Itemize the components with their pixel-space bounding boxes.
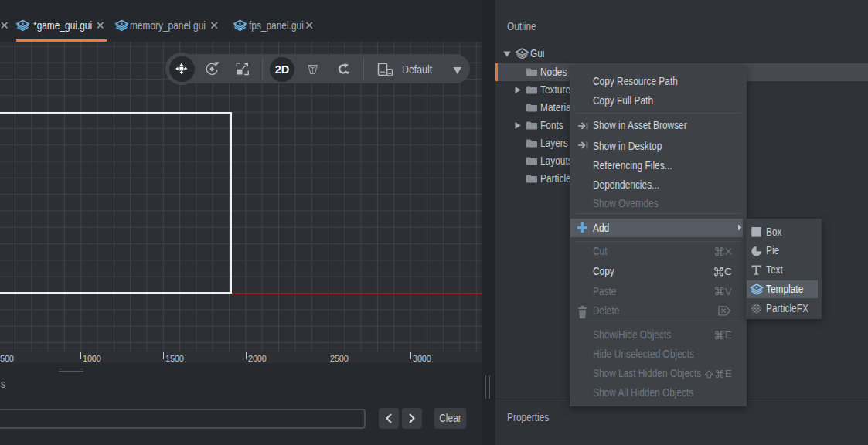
svg-text:2D: 2D: [275, 63, 290, 76]
